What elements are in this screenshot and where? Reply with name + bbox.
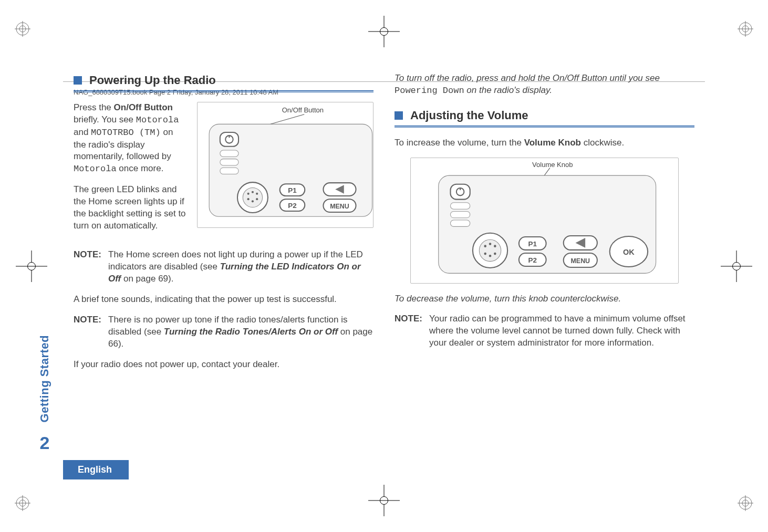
- paragraph-increase-volume: To increase the volume, turn the Volume …: [395, 137, 694, 149]
- section-title-powering-up: Powering Up the Radio: [74, 72, 373, 88]
- svg-rect-22: [220, 159, 238, 165]
- section-marker-icon: [395, 111, 403, 120]
- left-column: Powering Up the Radio Press the On/Off B…: [74, 68, 373, 469]
- paragraph-contact-dealer: If your radio does not power up, contact…: [74, 359, 373, 371]
- svg-rect-21: [220, 150, 238, 157]
- section-marker-icon: [74, 76, 82, 85]
- svg-text:OK: OK: [623, 248, 635, 256]
- crosshair-left: [16, 251, 47, 282]
- radio-illustration-1: P1 P2 MENU: [198, 102, 373, 227]
- crosshair-top: [368, 16, 400, 47]
- paragraph-brief-tone: A brief tone sounds, indicating that the…: [74, 294, 373, 306]
- svg-point-31: [256, 198, 258, 200]
- note-min-volume-offset: NOTE: Your radio can be programmed to ha…: [395, 313, 694, 349]
- svg-rect-23: [220, 168, 238, 174]
- svg-rect-18: [220, 132, 238, 147]
- figure-label-volume-knob: Volume Knob: [532, 160, 573, 170]
- svg-point-50: [484, 245, 486, 247]
- svg-point-27: [252, 191, 254, 193]
- svg-point-52: [494, 245, 496, 247]
- page-number: 2: [40, 433, 50, 453]
- heading-powering-up: Powering Up the Radio: [89, 72, 216, 88]
- svg-point-54: [489, 254, 492, 257]
- svg-rect-42: [450, 184, 470, 199]
- language-tag: English: [63, 460, 129, 479]
- registration-mark-br: [738, 495, 753, 511]
- note-power-up-tone: NOTE: There is no power up tone if the r…: [74, 314, 373, 350]
- crosshair-right: [721, 251, 752, 282]
- svg-point-51: [489, 243, 492, 245]
- svg-point-53: [484, 252, 486, 255]
- registration-mark-tr: [738, 21, 753, 37]
- paragraph-green-led: The green LED blinks and the Home screen…: [74, 184, 188, 232]
- svg-rect-46: [450, 211, 470, 217]
- side-section-label: Getting Started: [38, 335, 51, 422]
- radio-illustration-2: P1 P2 MENU OK: [411, 158, 678, 283]
- svg-point-28: [256, 192, 258, 194]
- svg-text:P2: P2: [528, 256, 537, 264]
- figure-label-on-off: On/Off Button: [282, 106, 324, 115]
- registration-mark-bl: [15, 495, 30, 511]
- svg-point-55: [494, 252, 496, 255]
- paragraph-power-on: Press the On/Off Button briefly. You see…: [74, 102, 188, 176]
- svg-rect-45: [450, 202, 470, 208]
- heading-adjusting-volume: Adjusting the Volume: [410, 108, 528, 123]
- section-rule: [395, 126, 694, 128]
- registration-mark-tl: [15, 21, 30, 37]
- svg-text:P1: P1: [528, 239, 537, 247]
- paragraph-decrease-volume: To decrease the volume, turn this knob c…: [395, 293, 694, 305]
- svg-point-30: [252, 200, 254, 202]
- svg-point-26: [247, 192, 250, 194]
- section-title-adjusting-volume: Adjusting the Volume: [395, 108, 694, 123]
- svg-text:P1: P1: [288, 186, 297, 194]
- figure-on-off-button: On/Off Button P1 P2: [197, 102, 373, 228]
- right-column: To turn off the radio, press and hold th…: [395, 68, 694, 469]
- svg-text:MENU: MENU: [330, 202, 349, 210]
- svg-point-25: [243, 187, 262, 207]
- note-home-screen: NOTE: The Home screen does not light up …: [74, 249, 373, 285]
- svg-text:MENU: MENU: [571, 257, 590, 264]
- svg-point-29: [247, 198, 250, 200]
- crosshair-bottom: [368, 485, 400, 516]
- section-rule: [74, 90, 373, 92]
- svg-rect-47: [450, 220, 470, 226]
- svg-text:P2: P2: [288, 201, 296, 209]
- paragraph-turn-off: To turn off the radio, press and hold th…: [395, 72, 694, 97]
- figure-volume-knob: Volume Knob P1 P2 MENU: [410, 158, 679, 284]
